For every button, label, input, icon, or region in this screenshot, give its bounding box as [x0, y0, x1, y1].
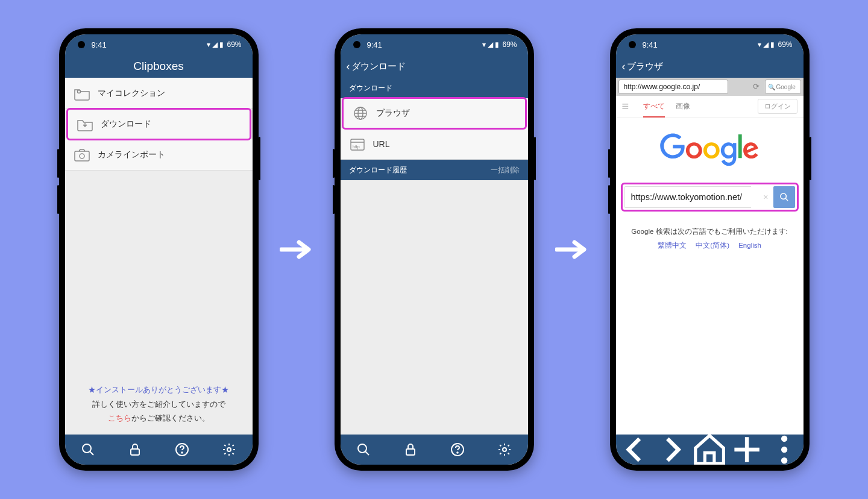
svg-point-12	[358, 444, 366, 453]
url-input[interactable]	[618, 80, 728, 94]
menu-label: マイコレクション	[98, 88, 165, 99]
svg-point-2	[80, 154, 84, 158]
folder-clip-icon	[74, 86, 90, 101]
svg-point-3	[83, 444, 91, 453]
google-logo	[616, 118, 804, 183]
page-header[interactable]: ‹ ダウンロード	[341, 55, 528, 78]
svg-rect-1	[75, 151, 89, 161]
lang-link-2[interactable]: 中文(简体)	[696, 242, 729, 249]
thank-you-text: ★インストールありがとうございます★	[72, 383, 245, 398]
gear-icon[interactable]	[497, 442, 512, 457]
gear-icon[interactable]	[222, 442, 236, 457]
svg-point-20	[781, 457, 787, 463]
svg-point-16	[503, 448, 506, 451]
signal-icon: ▾ ◢ ▮	[482, 40, 500, 49]
lang-link-3[interactable]: English	[738, 242, 761, 249]
tab-all[interactable]: すべて	[643, 101, 665, 118]
help-icon[interactable]	[450, 442, 465, 457]
bottom-nav	[341, 435, 528, 465]
lock-icon[interactable]	[128, 442, 142, 457]
plus-icon[interactable]	[728, 431, 766, 465]
search-icon: 🔍	[768, 84, 775, 90]
lock-icon[interactable]	[403, 442, 418, 457]
menu-camera-import[interactable]: カメラインポート	[65, 139, 253, 171]
menu-label: URL	[373, 139, 390, 149]
bulk-delete-button[interactable]: 一括削除	[491, 165, 520, 175]
svg-point-17	[781, 193, 786, 199]
status-bar: 9:41 ▾ ◢ ▮ 69%	[65, 34, 253, 55]
google-search-row: ×	[621, 183, 799, 212]
status-time: 9:41	[643, 40, 658, 49]
help-icon[interactable]	[175, 442, 189, 457]
google-lang-text: Google 検索は次の言語でもご利用いただけます: 繁體中文 中文(简体) E…	[616, 214, 804, 253]
google-search-button[interactable]	[773, 186, 795, 208]
svg-text:http: http	[353, 145, 360, 149]
menu-label: ブラウザ	[376, 108, 410, 119]
detail-text-1: 詳しく使い方をご紹介していますので	[72, 398, 245, 412]
google-search-input[interactable]	[624, 186, 751, 208]
status-bar: 9:41 ▾ ◢ ▮ 69%	[341, 34, 528, 55]
hamburger-icon[interactable]: ≡	[622, 99, 629, 113]
lang-link-1[interactable]: 繁體中文	[658, 242, 687, 249]
detail-text-2: からご確認ください。	[131, 414, 210, 422]
menu-browser[interactable]: ブラウザ	[342, 97, 527, 130]
svg-point-6	[181, 452, 183, 453]
reload-icon[interactable]: ⟳	[753, 82, 760, 91]
back-icon[interactable]: ‹	[347, 60, 350, 73]
globe-icon	[352, 106, 369, 121]
section-history: ダウンロード履歴 一括削除	[341, 160, 528, 180]
svg-point-0	[77, 90, 80, 93]
home-icon[interactable]	[691, 431, 728, 465]
bottom-nav	[65, 435, 253, 465]
signal-icon: ▾ ◢ ▮	[207, 40, 224, 49]
forward-icon[interactable]	[653, 431, 691, 465]
battery-percent: 69%	[778, 40, 792, 49]
more-icon[interactable]	[766, 431, 803, 465]
search-icon	[779, 192, 789, 202]
svg-point-7	[227, 448, 231, 451]
battery-percent: 69%	[227, 40, 241, 49]
back-icon[interactable]: ‹	[622, 60, 626, 73]
camera-hole-icon	[78, 41, 85, 48]
phone-screen-2: 9:41 ▾ ◢ ▮ 69% ‹ ダウンロード ダウンロード ブラウザ http…	[335, 28, 534, 471]
status-bar: 9:41 ▾ ◢ ▮ 69%	[616, 34, 804, 55]
search-icon[interactable]	[81, 442, 95, 457]
phone-screen-3: 9:41 ▾ ◢ ▮ 69% ‹ ブラウザ ⟳ 🔍 Google ≡ すべて 画…	[610, 28, 810, 471]
back-icon[interactable]	[616, 431, 653, 465]
camera-hole-icon	[629, 41, 636, 48]
section-download: ダウンロード	[341, 78, 528, 98]
svg-rect-13	[406, 449, 415, 455]
url-search-box[interactable]: 🔍 Google	[765, 80, 801, 94]
svg-rect-4	[131, 449, 139, 455]
browser-nav	[616, 435, 804, 465]
footer-text: ★インストールありがとうございます★ 詳しく使い方をご紹介していますので こちら…	[65, 383, 253, 426]
page-title: ブラウザ	[627, 61, 663, 72]
http-icon: http	[349, 137, 366, 151]
login-button[interactable]: ログイン	[758, 99, 797, 114]
phone-screen-1: 9:41 ▾ ◢ ▮ 69% Clipboxes マイコレクション ダウンロード…	[59, 28, 259, 471]
camera-icon	[74, 148, 90, 162]
svg-point-18	[781, 436, 787, 442]
status-time: 9:41	[92, 40, 107, 49]
google-tabs: ≡ すべて 画像 ログイン	[616, 96, 804, 118]
folder-download-icon	[77, 117, 93, 131]
camera-hole-icon	[353, 41, 360, 48]
arrow-icon	[551, 239, 593, 260]
help-link[interactable]: こちら	[108, 414, 131, 422]
status-time: 9:41	[367, 40, 382, 49]
signal-icon: ▾ ◢ ▮	[758, 40, 775, 49]
menu-url[interactable]: http URL	[341, 128, 528, 160]
google-logo-icon	[660, 133, 759, 167]
menu-label: カメラインポート	[98, 149, 165, 160]
clear-icon[interactable]: ×	[763, 192, 768, 202]
menu-my-collection[interactable]: マイコレクション	[65, 78, 253, 109]
page-header[interactable]: ‹ ブラウザ	[616, 55, 804, 78]
svg-point-19	[781, 447, 787, 453]
arrow-icon	[275, 239, 318, 260]
tab-images[interactable]: 画像	[676, 101, 690, 111]
menu-label: ダウンロード	[101, 119, 151, 130]
battery-percent: 69%	[502, 40, 517, 49]
svg-point-15	[457, 452, 458, 453]
search-icon[interactable]	[356, 442, 371, 457]
menu-download[interactable]: ダウンロード	[66, 108, 251, 140]
